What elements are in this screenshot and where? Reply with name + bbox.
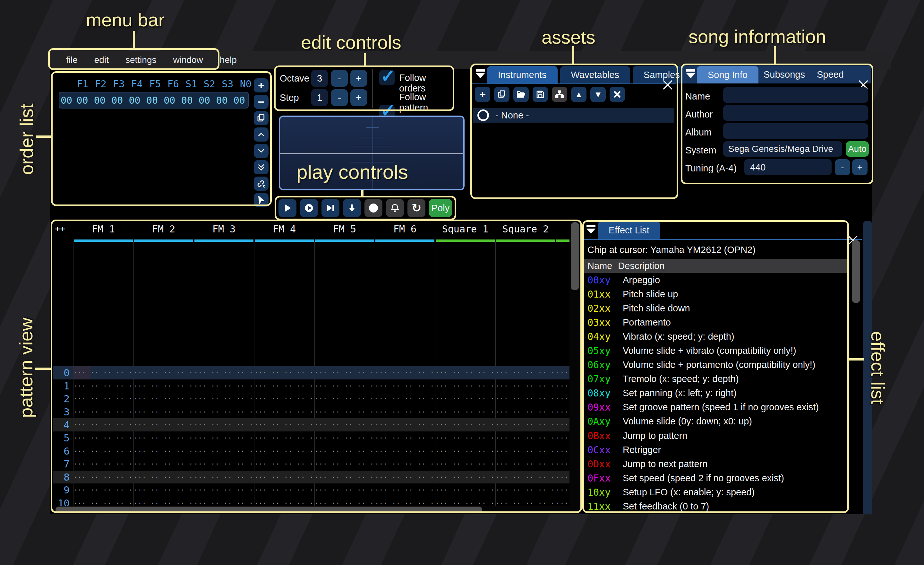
- tab-samples[interactable]: Samples: [633, 66, 691, 83]
- pattern-cell-empty[interactable]: ··· ·· ·· ·· ··: [73, 460, 134, 468]
- octave-input[interactable]: 3: [311, 70, 328, 87]
- pattern-cell-empty[interactable]: ··· ·· ·· ·· ··: [435, 447, 495, 455]
- order-list-row[interactable]: 0000000000000000000000: [59, 92, 249, 108]
- pattern-cell-empty[interactable]: ··· ·· ·· ·· ··: [134, 408, 194, 416]
- order-cell[interactable]: 00: [196, 95, 213, 106]
- order-cell[interactable]: 00: [213, 95, 230, 106]
- tab-speed[interactable]: Speed: [817, 69, 844, 80]
- effect-row[interactable]: 05xyVolume slide + vibrato (compatibilit…: [584, 344, 849, 358]
- order-cursor-button[interactable]: [254, 193, 268, 207]
- order-cell[interactable]: 00: [231, 95, 248, 106]
- pattern-cell-empty[interactable]: ··· ·· ·· ·· ··: [254, 382, 314, 390]
- tab-effect-list[interactable]: Effect List: [598, 221, 660, 239]
- pattern-cell-empty[interactable]: ··· ·· ·· ·· ··: [194, 369, 254, 377]
- channel-header[interactable]: FM 5: [314, 224, 375, 235]
- poly-button[interactable]: Poly: [429, 199, 452, 217]
- effect-row[interactable]: 0CxxRetrigger: [584, 443, 849, 457]
- pattern-cell-empty[interactable]: ··· ·· ·· ·· ··: [134, 369, 194, 377]
- tab-wavetables[interactable]: Wavetables: [560, 66, 630, 83]
- channel-header[interactable]: Square 1: [435, 224, 495, 235]
- follow-orders-checkbox[interactable]: ✓: [379, 70, 394, 86]
- channel-header[interactable]: FM 2: [134, 224, 194, 235]
- order-cell[interactable]: 00: [108, 95, 126, 106]
- order-chevron-up-button[interactable]: [254, 128, 268, 141]
- pattern-cell-empty[interactable]: ··· ·· ·· ·· ··: [254, 408, 314, 416]
- order-plus-button[interactable]: +: [254, 78, 268, 92]
- order-chevron-down-button[interactable]: [254, 144, 268, 158]
- pattern-cell-empty[interactable]: ··· ·· ·· ·· ··: [314, 382, 375, 390]
- pattern-cell-empty[interactable]: ··· ·· ·· ·· ··: [194, 473, 254, 481]
- order-cell[interactable]: 00: [91, 95, 108, 106]
- effect-vscrollbar-track[interactable]: [850, 239, 862, 514]
- pattern-vscrollbar-thumb[interactable]: [571, 222, 579, 290]
- pattern-cell-empty[interactable]: ··· ·· ·· ·· ··: [314, 486, 375, 494]
- asset-plus-button[interactable]: +: [475, 87, 490, 102]
- asset-delete-button[interactable]: [610, 87, 625, 102]
- pattern-cell-empty[interactable]: ··· ·· ·· ·· ··: [73, 408, 134, 416]
- effect-row[interactable]: 0BxxJump to pattern: [584, 428, 849, 443]
- effect-vscrollbar-thumb[interactable]: [852, 240, 860, 303]
- effect-row[interactable]: 08xySet panning (x: left; y: right): [584, 386, 849, 400]
- order-cell[interactable]: 00: [126, 95, 143, 106]
- pattern-cell-empty[interactable]: ··· ·· ·· ·· ··: [435, 473, 495, 481]
- collapse-icon[interactable]: [475, 69, 486, 80]
- pattern-cell-empty[interactable]: ··· ·· ·· ·· ··: [495, 408, 556, 416]
- pattern-cell-empty[interactable]: ··· ·· ·· ·· ··: [435, 395, 495, 403]
- pattern-cell-empty[interactable]: ··· ·· ·· ·· ··: [435, 486, 495, 494]
- pattern-cell-empty[interactable]: ··· ·· ·· ·· ··: [194, 486, 254, 494]
- pattern-cell-empty[interactable]: ··· ·· ·· ·· ··: [194, 434, 254, 442]
- pattern-cell-empty[interactable]: ··· ·· ·· ·· ··: [435, 434, 495, 442]
- pattern-cell-empty[interactable]: ··· ·· ·· ·· ··: [375, 369, 435, 377]
- asset-save-button[interactable]: [532, 87, 548, 102]
- pattern-cell-empty[interactable]: ··· ·· ·· ·· ··: [495, 395, 556, 403]
- tuning-input[interactable]: 440: [744, 159, 832, 175]
- channel-header[interactable]: FM 4: [254, 224, 314, 235]
- channel-header[interactable]: FM 6: [375, 224, 435, 235]
- pattern-cell-empty[interactable]: ··· ·· ·· ·· ··: [314, 421, 375, 429]
- pattern-cell-empty[interactable]: ··· ·· ·· ·· ··: [134, 434, 194, 442]
- pattern-cell-empty[interactable]: ··· ·· ·· ·· ··: [134, 395, 194, 403]
- pattern-cell-empty[interactable]: ··· ·· ·· ·· ··: [73, 369, 134, 377]
- order-duplicate-button[interactable]: [254, 111, 268, 125]
- effect-row[interactable]: 04xyVibrato (x: speed; y: depth): [584, 329, 849, 344]
- pattern-cell-empty[interactable]: ··· ·· ·· ·· ··: [314, 408, 375, 416]
- pattern-cell-empty[interactable]: ··· ·· ·· ·· ··: [134, 447, 194, 455]
- pattern-cell-empty[interactable]: ··· ·· ·· ·· ··: [194, 382, 254, 390]
- menu-item-settings[interactable]: settings: [117, 55, 165, 65]
- effect-row[interactable]: 0FxxSet speed (speed 2 if no grooves exi…: [584, 471, 849, 485]
- pattern-hscrollbar-track[interactable]: [53, 506, 570, 514]
- effect-row[interactable]: 02xxPitch slide down: [584, 301, 849, 315]
- order-cell[interactable]: 00: [74, 95, 91, 106]
- pattern-cell-empty[interactable]: ··· ·· ·· ·· ··: [194, 447, 254, 455]
- pattern-cell-empty[interactable]: ··· ·· ·· ·· ··: [435, 369, 495, 377]
- channel-header[interactable]: FM 1: [73, 224, 134, 235]
- tuning-plus-button[interactable]: +: [852, 159, 867, 175]
- pattern-cell-empty[interactable]: ··· ·· ·· ·· ··: [254, 369, 314, 377]
- pattern-cell-empty[interactable]: ··· ·· ·· ·· ··: [375, 434, 435, 442]
- pattern-cell-empty[interactable]: ··· ·· ·· ·· ··: [254, 447, 314, 455]
- metronome-button[interactable]: [386, 199, 404, 217]
- pattern-cell-empty[interactable]: ··· ·· ·· ·· ··: [254, 434, 314, 442]
- tab-instruments[interactable]: Instruments: [487, 66, 558, 83]
- pattern-cell-empty[interactable]: ··· ·· ·· ·· ··: [73, 395, 134, 403]
- order-cell[interactable]: 00: [178, 95, 196, 106]
- asset-list-selected-row[interactable]: - None -: [473, 108, 674, 123]
- order-unlink-button[interactable]: [254, 177, 268, 191]
- step-input[interactable]: 1: [311, 89, 328, 106]
- pattern-cell-empty[interactable]: ··· ·· ·· ·· ··: [495, 447, 556, 455]
- order-minus-button[interactable]: −: [254, 95, 268, 109]
- pattern-cell-empty[interactable]: ··· ·· ·· ·· ··: [375, 460, 435, 468]
- play-to-cursor-button[interactable]: [321, 199, 339, 217]
- pattern-cell-empty[interactable]: ··· ·· ·· ·· ··: [435, 382, 495, 390]
- pattern-cell-empty[interactable]: ··· ·· ·· ·· ··: [134, 473, 194, 481]
- effect-row[interactable]: 0DxxJump to next pattern: [584, 457, 849, 471]
- octave-plus-button[interactable]: +: [350, 70, 367, 87]
- step-row-button[interactable]: [343, 199, 361, 217]
- pattern-cell-empty[interactable]: ··· ·· ·· ·· ··: [495, 460, 556, 468]
- order-double-chevron-down-button[interactable]: [254, 160, 268, 174]
- pattern-cell-empty[interactable]: ··· ·· ·· ·· ··: [194, 460, 254, 468]
- menu-item-window[interactable]: window: [165, 55, 211, 65]
- pattern-cell-empty[interactable]: ··· ·· ·· ·· ··: [194, 395, 254, 403]
- pattern-cell-empty[interactable]: ··· ·· ·· ·· ··: [134, 382, 194, 390]
- pattern-cell-empty[interactable]: ··· ·· ·· ·· ··: [435, 408, 495, 416]
